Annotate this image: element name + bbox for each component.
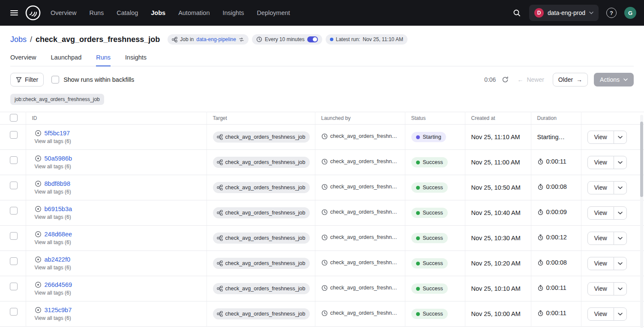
view-dropdown-button[interactable] [614, 131, 627, 144]
stopwatch-icon [537, 158, 544, 165]
search-icon[interactable] [509, 6, 524, 20]
row-checkbox[interactable] [10, 207, 18, 215]
run-id-link[interactable]: 50a5986b [45, 155, 72, 162]
select-all-checkbox[interactable] [10, 114, 18, 122]
target-tag[interactable]: check_avg_orders_freshness_job [213, 207, 310, 218]
duration-value: 0:00:11 [546, 284, 566, 291]
tab-launchpad[interactable]: Launchpad [51, 54, 81, 66]
tab-runs[interactable]: Runs [96, 54, 111, 66]
older-button[interactable]: Older → [553, 73, 588, 86]
run-id-link[interactable]: 3125c9b7 [45, 307, 72, 313]
launched-by-cell[interactable]: check_avg_orders_freshn… [321, 184, 397, 190]
view-dropdown-button[interactable] [614, 282, 627, 295]
view-button[interactable]: View [587, 156, 614, 169]
row-checkbox[interactable] [10, 308, 18, 316]
target-tag[interactable]: check_avg_orders_freshness_job [213, 308, 310, 319]
latest-run-value[interactable]: Nov 25, 11:10 AM [362, 36, 403, 42]
view-button[interactable]: View [587, 131, 614, 144]
status-badge: Success [411, 309, 448, 319]
status-dot [416, 186, 420, 190]
show-backfills-checkbox[interactable] [51, 76, 59, 83]
target-tag[interactable]: check_avg_orders_freshness_job [213, 157, 310, 168]
actions-button[interactable]: Actions [594, 73, 634, 86]
nav-item-automation[interactable]: Automation [178, 9, 210, 16]
user-avatar[interactable]: G [624, 7, 636, 19]
row-checkbox[interactable] [10, 232, 18, 240]
view-all-tags-link[interactable]: View all tags (6) [35, 315, 207, 321]
run-id-link[interactable]: 248d68ee [45, 231, 72, 238]
pipeline-link[interactable]: data-eng-pipeline [196, 36, 236, 42]
view-all-tags-link[interactable]: View all tags (6) [35, 138, 207, 144]
view-all-tags-link[interactable]: View all tags (6) [35, 189, 207, 195]
row-checkbox[interactable] [10, 156, 18, 164]
launched-by-cell[interactable]: check_avg_orders_freshn… [321, 234, 397, 241]
target-tag[interactable]: check_avg_orders_freshness_job [213, 258, 310, 269]
view-dropdown-button[interactable] [614, 307, 627, 321]
newer-button[interactable]: ← Newer [515, 76, 546, 83]
launched-by-cell[interactable]: check_avg_orders_freshn… [321, 285, 397, 291]
view-all-tags-link[interactable]: View all tags (6) [35, 164, 207, 170]
target-tag[interactable]: check_avg_orders_freshness_job [213, 131, 310, 143]
view-dropdown-button[interactable] [614, 206, 627, 220]
row-checkbox[interactable] [10, 257, 18, 265]
view-all-tags-link[interactable]: View all tags (6) [35, 214, 207, 220]
target-tag[interactable]: check_avg_orders_freshness_job [213, 182, 310, 193]
active-filters-row: job:check_avg_orders_freshness_job [0, 93, 644, 112]
row-checkbox[interactable] [10, 283, 18, 290]
target-tag[interactable]: check_avg_orders_freshness_job [213, 233, 310, 244]
launched-by-cell[interactable]: check_avg_orders_freshn… [321, 259, 397, 266]
nav-item-deployment[interactable]: Deployment [257, 9, 290, 16]
launched-by-cell[interactable]: check_avg_orders_freshn… [321, 133, 397, 140]
view-all-tags-link[interactable]: View all tags (6) [35, 239, 207, 245]
view-button[interactable]: View [587, 282, 614, 295]
nav-item-insights[interactable]: Insights [222, 9, 244, 16]
view-button[interactable]: View [587, 206, 614, 220]
refresh-icon[interactable] [502, 76, 509, 83]
job-filter-tag[interactable]: job:check_avg_orders_freshness_job [10, 94, 104, 105]
breadcrumb-jobs-link[interactable]: Jobs [10, 35, 27, 44]
tab-overview[interactable]: Overview [10, 54, 36, 66]
run-id-link[interactable]: 266d4569 [45, 281, 72, 288]
run-id-link[interactable]: b6915b3a [45, 206, 72, 212]
tab-insights[interactable]: Insights [125, 54, 147, 66]
schedule-toggle[interactable] [307, 36, 318, 42]
view-button[interactable]: View [587, 307, 614, 321]
vertical-scrollbar[interactable] [640, 115, 643, 328]
status-dot [416, 312, 420, 316]
table-row: 248d68ee View all tags (6) check_avg_ord… [0, 226, 644, 251]
view-all-tags-link[interactable]: View all tags (6) [35, 265, 207, 271]
launched-by-cell[interactable]: check_avg_orders_freshn… [321, 209, 397, 215]
swap-icon[interactable] [239, 37, 244, 42]
view-button[interactable]: View [587, 257, 614, 270]
target-tag-label: check_avg_orders_freshness_job [225, 210, 306, 216]
run-id-link[interactable]: 8bdf8b98 [45, 180, 70, 187]
nav-item-runs[interactable]: Runs [89, 9, 104, 16]
help-icon[interactable]: ? [606, 8, 617, 18]
menu-icon[interactable] [7, 6, 21, 20]
dagster-logo-icon[interactable] [25, 5, 41, 21]
view-dropdown-button[interactable] [614, 181, 627, 194]
run-id-link[interactable]: ab2422f0 [45, 256, 70, 263]
job-icon [217, 134, 223, 140]
duration-value: Starting… [537, 134, 565, 140]
scrollbar-thumb[interactable] [640, 122, 643, 197]
view-dropdown-button[interactable] [614, 156, 627, 169]
filter-button[interactable]: Filter [10, 73, 44, 86]
view-button[interactable]: View [587, 181, 614, 194]
run-status-icon [35, 130, 42, 137]
view-all-tags-link[interactable]: View all tags (6) [35, 290, 207, 296]
target-tag[interactable]: check_avg_orders_freshness_job [213, 283, 310, 294]
nav-item-catalog[interactable]: Catalog [117, 9, 138, 16]
view-button[interactable]: View [587, 232, 614, 245]
duration-value: 0:00:12 [546, 234, 567, 241]
run-id-link[interactable]: 5f5bc197 [45, 130, 70, 137]
nav-item-jobs[interactable]: Jobs [151, 9, 165, 16]
nav-item-overview[interactable]: Overview [51, 9, 76, 16]
deployment-switcher[interactable]: D data-eng-prod [529, 5, 599, 21]
row-checkbox[interactable] [10, 131, 18, 139]
launched-by-cell[interactable]: check_avg_orders_freshn… [321, 310, 397, 316]
view-dropdown-button[interactable] [614, 257, 627, 270]
launched-by-cell[interactable]: check_avg_orders_freshn… [321, 158, 397, 165]
row-checkbox[interactable] [10, 182, 18, 189]
view-dropdown-button[interactable] [614, 232, 627, 245]
